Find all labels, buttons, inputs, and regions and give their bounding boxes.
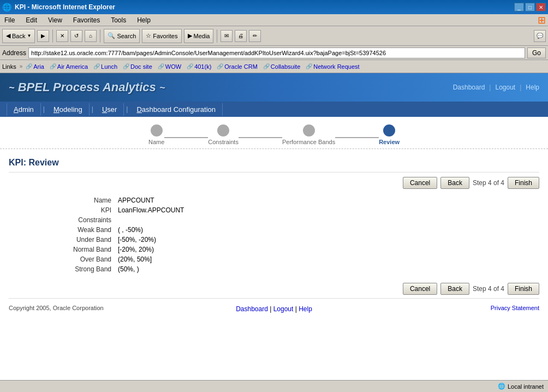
menu-tools[interactable]: Tools <box>109 15 128 25</box>
link-air-america[interactable]: 🔗 Air America <box>47 63 90 70</box>
dropdown-arrow-icon: ▼ <box>27 33 31 38</box>
field-label-over-band: Over Band <box>41 256 118 263</box>
link-wow[interactable]: 🔗 WOW <box>156 63 183 70</box>
star-icon: ☆ <box>146 32 151 39</box>
form-table: Name APPCOUNT KPI LoanFlow.APPCOUNT Cons… <box>9 192 539 280</box>
links-bar: Links » 🔗 Aria 🔗 Air America 🔗 Lunch 🔗 D… <box>0 60 548 73</box>
link-icon: 🔗 <box>158 63 164 69</box>
menu-favorites[interactable]: Favorites <box>71 15 102 25</box>
globe-icon: 🌐 <box>498 383 505 390</box>
privacy-statement: Privacy Statement <box>491 305 539 311</box>
logout-link[interactable]: Logout <box>495 84 515 91</box>
action-row-bottom: Cancel Back Step 4 of 4 Finish <box>9 283 539 295</box>
link-doc-site[interactable]: 🔗 Doc site <box>121 63 154 70</box>
footer-logout-link[interactable]: Logout <box>273 305 294 313</box>
refresh-button[interactable]: ↺ <box>70 30 82 42</box>
zone-label: Local intranet <box>508 383 544 390</box>
field-label-name: Name <box>41 197 118 204</box>
print-button[interactable]: 🖨 <box>235 30 247 42</box>
field-label-strong-band: Strong Band <box>41 265 118 273</box>
address-label: Address <box>2 49 26 57</box>
form-row-weak-band: Weak Band ( , -50%) <box>41 226 507 234</box>
step-constraints: Constraints <box>208 124 239 145</box>
link-network-request[interactable]: 🔗 Network Request <box>303 63 361 70</box>
copyright-text: Copyright 2005, Oracle Corporation <box>9 305 104 311</box>
toolbar-separator <box>52 29 53 43</box>
content-area: KPI: Review Cancel Back Step 4 of 4 Fini… <box>0 149 548 319</box>
field-label-weak-band: Weak Band <box>41 226 118 234</box>
form-row-normal-band: Normal Band [-20%, 20%) <box>41 246 507 253</box>
form-row-constraints: Constraints <box>41 216 507 224</box>
step-line-2 <box>239 137 282 138</box>
menu-help[interactable]: Help <box>135 15 153 25</box>
stop-button[interactable]: ✕ <box>56 30 68 42</box>
nav-dashboard-config[interactable]: Dashboard Configuration <box>130 103 223 116</box>
home-button[interactable]: ⌂ <box>85 30 97 42</box>
step-review-label: Review <box>379 139 400 145</box>
toolbar-separator-2 <box>100 29 100 43</box>
privacy-link[interactable]: Privacy Statement <box>491 305 539 311</box>
media-button[interactable]: ▶ Media <box>184 29 214 43</box>
menu-file[interactable]: File <box>2 15 17 25</box>
form-row-strong-band: Strong Band (50%, ) <box>41 265 507 273</box>
forward-button[interactable]: ▶ <box>37 30 49 42</box>
link-lunch[interactable]: 🔗 Lunch <box>91 63 120 70</box>
back-button-top[interactable]: Back <box>440 177 469 189</box>
step-name-circle <box>151 124 163 136</box>
nav-user[interactable]: User <box>96 103 124 116</box>
minimize-button[interactable]: _ <box>514 3 524 11</box>
link-401k[interactable]: 🔗 401(k) <box>184 63 213 70</box>
messenger-button[interactable]: 💬 <box>534 30 546 42</box>
menu-edit[interactable]: Edit <box>23 15 39 25</box>
link-icon: 🔗 <box>26 63 32 69</box>
window-title: KPI - Microsoft Internet Explorer <box>15 3 115 11</box>
favorites-button[interactable]: ☆ Favorites <box>142 29 181 43</box>
link-oracle-crm[interactable]: 🔗 Oracle CRM <box>215 63 260 70</box>
nav-admin[interactable]: Admin <box>7 103 41 116</box>
go-button[interactable]: Go <box>527 47 546 58</box>
link-collabsuite[interactable]: 🔗 Collabsuite <box>261 63 302 70</box>
address-input[interactable] <box>28 47 525 58</box>
browser-content: ~ BPEL Process Analytics ~ Dashboard | L… <box>0 73 548 329</box>
menu-bar: File Edit View Favorites Tools Help ⊞ <box>0 14 548 26</box>
menu-view[interactable]: View <box>46 15 64 25</box>
finish-button-top[interactable]: Finish <box>508 177 539 189</box>
back-arrow-icon: ◀ <box>6 32 10 39</box>
footer-help-link[interactable]: Help <box>299 305 312 313</box>
field-label-under-band: Under Band <box>41 236 118 243</box>
cancel-button-bottom[interactable]: Cancel <box>403 283 437 295</box>
close-button[interactable]: ✕ <box>536 3 546 11</box>
ie-icon: 🌐 <box>2 3 11 11</box>
field-value-weak-band: ( , -50%) <box>118 226 143 234</box>
mail-button[interactable]: ✉ <box>221 30 233 42</box>
link-icon: 🔗 <box>93 63 100 69</box>
step-name: Name <box>148 124 164 145</box>
maximize-button[interactable]: □ <box>525 3 535 11</box>
link-aria[interactable]: 🔗 Aria <box>23 63 46 70</box>
toolbar-separator-3 <box>217 29 217 43</box>
action-row-top: Cancel Back Step 4 of 4 Finish <box>9 177 539 189</box>
dashboard-link[interactable]: Dashboard <box>453 84 485 91</box>
edit-button[interactable]: ✏ <box>249 30 261 42</box>
links-label: Links <box>2 63 16 70</box>
cancel-button-top[interactable]: Cancel <box>403 177 437 189</box>
finish-button-bottom[interactable]: Finish <box>508 283 539 295</box>
step-review-circle <box>383 124 395 136</box>
media-icon: ▶ <box>188 32 192 39</box>
footer-dashboard-link[interactable]: Dashboard <box>236 305 268 313</box>
step-indicator-bottom: Step 4 of 4 <box>473 285 504 293</box>
field-label-normal-band: Normal Band <box>41 246 118 253</box>
nav-modeling[interactable]: Modeling <box>47 103 90 116</box>
app-header: ~ BPEL Process Analytics ~ Dashboard | L… <box>0 73 548 102</box>
step-performance-label: Performance Bands <box>282 139 335 145</box>
back-button[interactable]: ◀ Back ▼ <box>2 29 35 43</box>
field-label-constraints: Constraints <box>41 216 118 224</box>
form-row-name: Name APPCOUNT <box>41 197 507 204</box>
help-link[interactable]: Help <box>526 84 539 91</box>
field-label-kpi: KPI <box>41 206 118 214</box>
field-value-normal-band: [-20%, 20%) <box>118 246 154 253</box>
back-button-bottom[interactable]: Back <box>440 283 469 295</box>
status-right: 🌐 Local intranet <box>498 383 544 390</box>
step-performance-bands: Performance Bands <box>282 124 335 145</box>
search-button[interactable]: 🔍 Search <box>104 29 140 43</box>
